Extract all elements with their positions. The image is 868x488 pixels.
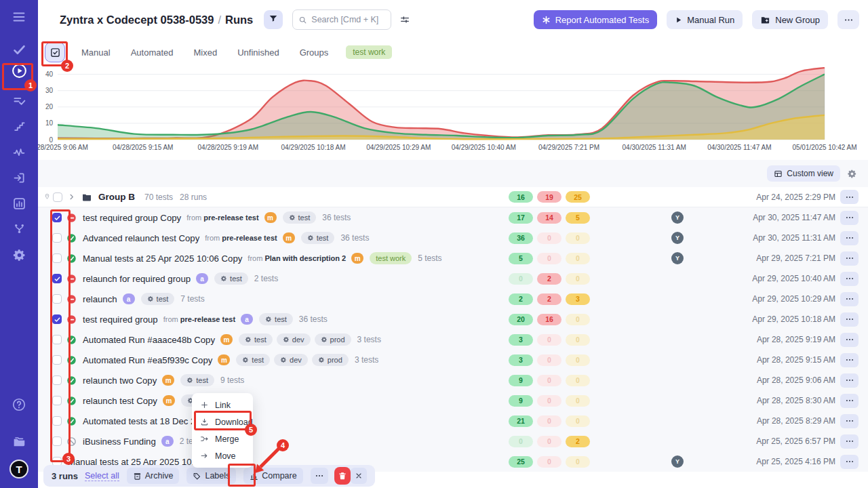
result-counts: 300 bbox=[509, 354, 590, 366]
row-more-button[interactable] bbox=[840, 414, 859, 428]
run-checkbox[interactable] bbox=[52, 335, 62, 344]
run-source-plan: from pre-release test bbox=[163, 315, 235, 323]
run-checkbox[interactable] bbox=[52, 436, 62, 446]
menu-item-link[interactable]: Link bbox=[192, 396, 253, 413]
owner-badge: m bbox=[283, 232, 295, 243]
selection-count: 3 runs bbox=[52, 471, 78, 481]
menu-item-move[interactable]: Move bbox=[192, 447, 253, 464]
label-filter-badge[interactable]: test work bbox=[346, 45, 392, 59]
manual-run-button[interactable]: Manual Run bbox=[667, 10, 743, 29]
sidebar-bar-chart-icon[interactable] bbox=[0, 197, 38, 211]
row-more-button[interactable] bbox=[840, 394, 859, 408]
run-checkbox[interactable] bbox=[52, 375, 62, 385]
run-checkbox[interactable] bbox=[52, 274, 62, 283]
check-icon bbox=[54, 316, 61, 323]
row-more-button[interactable] bbox=[840, 455, 859, 469]
tab-mixed[interactable]: Mixed bbox=[194, 47, 218, 58]
selection-more-button[interactable] bbox=[311, 468, 328, 484]
sidebar-checkmark-icon[interactable] bbox=[0, 43, 38, 57]
skipped-count-badge: 5 bbox=[566, 212, 590, 224]
run-checkbox[interactable] bbox=[52, 396, 62, 405]
run-checkbox[interactable] bbox=[52, 253, 62, 263]
result-counts: 900 bbox=[509, 375, 590, 386]
run-row[interactable]: test required group Copyfrom pre-release… bbox=[38, 207, 868, 228]
sidebar-gear-icon[interactable] bbox=[0, 248, 38, 262]
view-settings-gear-icon[interactable] bbox=[847, 169, 857, 179]
sidebar-play-circle-icon[interactable] bbox=[0, 62, 38, 79]
run-row[interactable]: Advanced relaunch test Copyfrom pre-rele… bbox=[38, 228, 868, 248]
adjustments-icon[interactable] bbox=[399, 14, 410, 25]
run-row[interactable]: relaunch two Copymtest9 tests900Apr 28, … bbox=[38, 370, 868, 390]
row-more-button[interactable] bbox=[840, 373, 859, 388]
run-row[interactable]: relaunchatest7 tests223Apr 29, 2025 10:2… bbox=[38, 289, 868, 309]
more-actions-button[interactable] bbox=[837, 10, 859, 29]
run-checkbox[interactable] bbox=[52, 213, 62, 222]
sidebar-folders-icon[interactable] bbox=[0, 434, 38, 449]
tab-manual[interactable]: Manual bbox=[81, 47, 111, 58]
run-row[interactable]: relaunch for required groupatest2 tests0… bbox=[38, 268, 868, 289]
sidebar-branch-icon[interactable] bbox=[0, 222, 38, 235]
row-more-button[interactable] bbox=[840, 333, 859, 347]
run-row[interactable]: Manual tests at 25 Apr 2025 10:06 Copyfr… bbox=[38, 248, 868, 268]
group-checkbox[interactable] bbox=[53, 192, 62, 202]
merge-icon bbox=[200, 434, 209, 443]
run-row[interactable]: test required groupfrom pre-release test… bbox=[38, 309, 868, 329]
app-logo[interactable]: T bbox=[9, 460, 28, 479]
run-row[interactable]: relaunch test Copymtest900Apr 28, 2025 8… bbox=[38, 390, 868, 411]
tab-automated[interactable]: Automated bbox=[131, 47, 174, 58]
labels-button[interactable]: Labels bbox=[186, 468, 236, 484]
filter-button[interactable] bbox=[264, 10, 283, 29]
tab-unfinished[interactable]: Unfinished bbox=[237, 47, 279, 58]
environment-badge: test bbox=[301, 232, 335, 244]
run-checkbox[interactable] bbox=[52, 314, 62, 324]
row-more-button[interactable] bbox=[840, 251, 859, 266]
sidebar-steps-icon[interactable] bbox=[0, 120, 38, 133]
failed-count-badge: 0 bbox=[537, 415, 561, 427]
group-row[interactable]: Group B70 tests28 runs161925Apr 24, 2025… bbox=[38, 187, 868, 207]
sidebar-help-circle-icon[interactable] bbox=[0, 397, 38, 412]
row-more-button[interactable] bbox=[840, 272, 859, 286]
skipped-count-badge: 3 bbox=[566, 293, 590, 305]
row-more-button[interactable] bbox=[840, 211, 859, 225]
search-input[interactable] bbox=[311, 15, 379, 24]
select-all-link[interactable]: Select all bbox=[85, 471, 119, 481]
run-tests-count: 3 tests bbox=[355, 355, 378, 365]
row-more-button[interactable] bbox=[840, 190, 859, 204]
tab-groups[interactable]: Groups bbox=[300, 47, 329, 58]
run-row[interactable]: iBusiness Fundinga2 tests002Apr 25, 2025… bbox=[38, 431, 868, 451]
archive-button[interactable]: Archive bbox=[127, 468, 180, 484]
failed-count-badge: 0 bbox=[537, 395, 561, 407]
close-selection-button[interactable] bbox=[351, 468, 367, 484]
sidebar-pulse-icon[interactable] bbox=[0, 146, 38, 159]
run-row[interactable]: Automated Run #ea5f939c Copymtestdevprod… bbox=[38, 350, 868, 370]
run-row[interactable]: Automated Run #aaace48b Copymtestdevprod… bbox=[38, 329, 868, 350]
row-more-button[interactable] bbox=[840, 231, 859, 245]
sidebar-checklist-icon[interactable] bbox=[0, 94, 38, 108]
row-more-button[interactable] bbox=[840, 353, 859, 367]
run-checkbox[interactable] bbox=[52, 294, 62, 304]
search-box[interactable] bbox=[292, 9, 391, 30]
menu-item-download[interactable]: Download bbox=[192, 413, 253, 430]
select-mode-toggle[interactable] bbox=[45, 42, 65, 62]
row-more-button[interactable] bbox=[840, 312, 859, 327]
delete-runs-button[interactable] bbox=[334, 467, 351, 485]
compare-button[interactable]: Compare bbox=[243, 468, 302, 484]
run-checkbox[interactable] bbox=[52, 233, 62, 243]
sidebar-sign-in-icon[interactable] bbox=[0, 171, 38, 185]
run-checkbox[interactable] bbox=[52, 416, 62, 426]
gear-icon bbox=[186, 377, 193, 384]
report-automated-tests-button[interactable]: Report Automated Tests bbox=[534, 10, 658, 29]
search-icon bbox=[298, 16, 307, 24]
group-runs-count: 28 runs bbox=[180, 192, 207, 202]
svg-text:10: 10 bbox=[45, 119, 54, 127]
new-group-button[interactable]: New Group bbox=[752, 10, 828, 29]
row-more-button[interactable] bbox=[840, 292, 859, 306]
menu-item-merge[interactable]: Merge bbox=[192, 430, 253, 447]
sidebar-menu-icon[interactable] bbox=[0, 9, 38, 24]
runs-table: Group B70 tests28 runs161925Apr 24, 2025… bbox=[38, 187, 868, 472]
run-checkbox[interactable] bbox=[52, 355, 62, 365]
run-row[interactable]: Automated tests at 18 Dec 2024 121 tests… bbox=[38, 411, 868, 431]
arrow-right-icon bbox=[200, 451, 209, 460]
row-more-button[interactable] bbox=[840, 434, 859, 449]
custom-view-button[interactable]: Custom view bbox=[767, 165, 840, 182]
